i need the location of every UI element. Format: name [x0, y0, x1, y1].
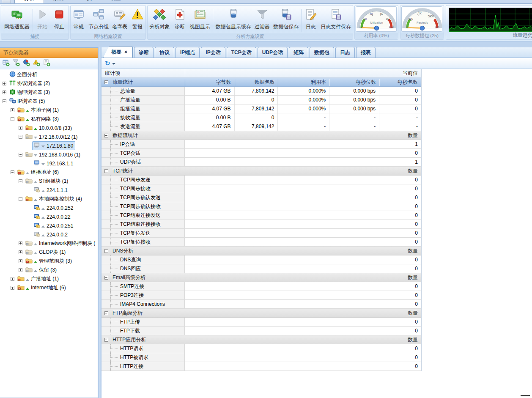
tree-node-body[interactable]: 协议浏览器 (2) [8, 79, 52, 88]
tree-node-body[interactable]: 224.1.1.1 [32, 186, 70, 195]
tree-item[interactable]: IP浏览器 (5) [0, 97, 98, 106]
table-row[interactable]: DNS回应0 [101, 264, 421, 273]
section-header-row[interactable]: 流量统计字节数数据包数利用率每秒位数每秒包数 [101, 78, 421, 87]
add-alarm-icon[interactable] [33, 59, 40, 68]
tree-node-body[interactable]: 224.0.0.22 [32, 212, 73, 221]
tree-node-body[interactable]: 172.16.1.80 [32, 141, 75, 150]
tab-close-icon[interactable]: × [124, 49, 127, 55]
log-file-save-button[interactable]: 日志文件保存 [319, 7, 353, 31]
tree-node-body[interactable]: 224.0.0.252 [32, 203, 75, 212]
tree-node-body[interactable]: Internet地址 (6) [16, 283, 68, 292]
add-table-icon[interactable] [3, 59, 10, 68]
tree-node-body[interactable]: 组播地址 (6) [16, 168, 61, 177]
tree-node-body[interactable]: 224.0.0.251 [32, 221, 75, 230]
tree-node-body[interactable]: 本地子网 (1) [16, 106, 61, 115]
table-row[interactable]: FTP上传0 [101, 318, 421, 327]
table-row[interactable]: POP3连接0 [101, 291, 421, 300]
view-tab-矩阵[interactable]: 矩阵 [289, 47, 308, 58]
ribbon-tab-tools[interactable]: 工具 [73, 0, 101, 4]
alarm-button[interactable]: 警报 [129, 7, 145, 31]
add-report-icon[interactable] [43, 59, 50, 68]
table-row[interactable]: 总流量4.07 GB7,809,1420.000%0.000 bps0 [101, 87, 421, 96]
add-chart-icon[interactable] [23, 59, 30, 68]
collapse-icon[interactable] [104, 338, 108, 342]
tree-node-body[interactable]: 192.168.1.1 [32, 159, 75, 168]
section-header-row[interactable]: FTP高级分析数量 [101, 309, 421, 318]
view-tab-概要[interactable]: 概要× [103, 46, 133, 58]
name-table-button[interactable]: 名字表 [110, 7, 129, 31]
expand-icon[interactable] [3, 82, 6, 85]
table-row[interactable]: IMAP4 Connections0 [101, 300, 421, 309]
view-tab-数据包[interactable]: 数据包 [310, 47, 334, 58]
collapse-icon[interactable] [104, 276, 108, 280]
section-header-row[interactable]: HTTP应用分析数量 [101, 335, 421, 344]
tree-item[interactable]: 物理浏览器 (3) [0, 88, 98, 97]
tree-item[interactable]: 192.168.0.0/16 (1) [0, 150, 98, 159]
table-header-row[interactable]: 统计项当前值 [101, 69, 421, 78]
table-row[interactable]: HTTP请求0 [101, 344, 421, 353]
tree-item[interactable]: ST组播块 (1) [0, 177, 98, 186]
general-button[interactable]: 常规 [71, 7, 87, 31]
tree-item[interactable]: 192.168.1.1 [0, 159, 98, 168]
node-group-button[interactable]: 节点分组 [87, 7, 111, 31]
table-row[interactable]: FTP下载0 [101, 327, 421, 335]
refresh-dropdown-icon[interactable] [112, 63, 115, 65]
view-display-button[interactable]: 视图显示 [188, 7, 212, 31]
ribbon-tab-system[interactable]: 系统 [44, 0, 73, 4]
section-header-row[interactable]: Email高级分析数量 [101, 273, 421, 282]
tree-item[interactable]: 224.0.0.22 [0, 212, 98, 221]
collapse-icon[interactable] [104, 169, 108, 173]
collapse-icon[interactable] [19, 153, 22, 156]
table-row[interactable]: 发送流量4.07 GB7,809,142--- [101, 122, 421, 131]
expand-icon[interactable] [19, 268, 22, 272]
network-adapter-button[interactable]: 网络适配器 [2, 7, 32, 31]
start-button[interactable]: 开始 [34, 7, 51, 31]
view-tab-报表[interactable]: 报表 [356, 47, 376, 58]
tree-node-body[interactable]: ST组播块 (1) [24, 177, 70, 186]
tree-node-body[interactable]: 本地网络控制块 (4) [24, 195, 84, 203]
table-row[interactable]: TCP同步确认发送0 [101, 193, 421, 202]
panel-splitter[interactable] [98, 47, 101, 398]
tree-node-body[interactable]: 全面分析 [8, 70, 39, 80]
tree-node-body[interactable]: 私有网络 (3) [16, 115, 61, 124]
collapse-icon[interactable] [104, 80, 108, 84]
tree-node-body[interactable]: 广播地址 (1) [16, 274, 61, 283]
view-tab-协议[interactable]: 协议 [155, 47, 174, 58]
tree-item[interactable]: 本地子网 (1) [0, 106, 98, 115]
collapse-icon[interactable] [104, 249, 108, 253]
table-row[interactable]: 组播流量4.07 GB7,809,1420.000%0.000 bps0 [101, 104, 421, 113]
table-row[interactable]: SMTP连接0 [101, 282, 421, 291]
tree-item[interactable]: 组播地址 (6) [0, 168, 98, 177]
collapse-icon[interactable] [3, 99, 6, 103]
log-button[interactable]: 日志 [302, 7, 319, 31]
table-row[interactable]: UDP会话1 [101, 158, 421, 167]
expand-icon[interactable] [19, 259, 22, 263]
tree-node-body[interactable]: Internetwork网络控制块 ( [24, 239, 97, 248]
refresh-icon[interactable]: ↻ [105, 60, 110, 66]
table-row[interactable]: TCP结束连接接收0 [101, 220, 421, 229]
tree-item[interactable]: GLOP块 (1) [0, 248, 98, 257]
table-row[interactable]: TCP结束连接发送0 [101, 211, 421, 220]
expand-icon[interactable] [19, 250, 22, 254]
table-row[interactable]: 广播流量0.00 B00.000%0.000 bps0 [101, 96, 421, 104]
tree-item[interactable]: Internet地址 (6) [0, 283, 98, 292]
tree-node-body[interactable]: 管理范围块 (3) [24, 257, 74, 266]
tree-item[interactable]: 本地网络控制块 (4) [0, 195, 98, 203]
collapse-icon[interactable] [11, 117, 14, 121]
collapse-icon[interactable] [19, 179, 22, 183]
packet-buffer-button[interactable]: 数据包显示缓存 [214, 7, 252, 31]
diagnosis-button[interactable]: 诊断 [171, 7, 188, 31]
ribbon-tab-view[interactable]: 视图 [101, 0, 130, 4]
table-row[interactable]: 接收流量0.00 B0--- [101, 113, 421, 122]
tree-item[interactable]: 224.0.0.251 [0, 221, 98, 230]
tree-node-body[interactable]: 10.0.0.0/8 (33) [24, 124, 74, 132]
table-row[interactable]: IP会话1 [101, 140, 421, 149]
table-row[interactable]: HTTP被请求0 [101, 353, 421, 362]
collapse-icon[interactable] [19, 135, 22, 139]
table-row[interactable]: TCP复位接收0 [101, 238, 421, 247]
tree-item[interactable]: 全面分析 [0, 70, 98, 79]
collapse-icon[interactable] [104, 134, 108, 137]
table-row[interactable]: TCP会话0 [101, 149, 421, 158]
tree-item[interactable]: 224.0.0.252 [0, 203, 98, 212]
view-tab-TCP会话[interactable]: TCP会话 [227, 47, 256, 58]
